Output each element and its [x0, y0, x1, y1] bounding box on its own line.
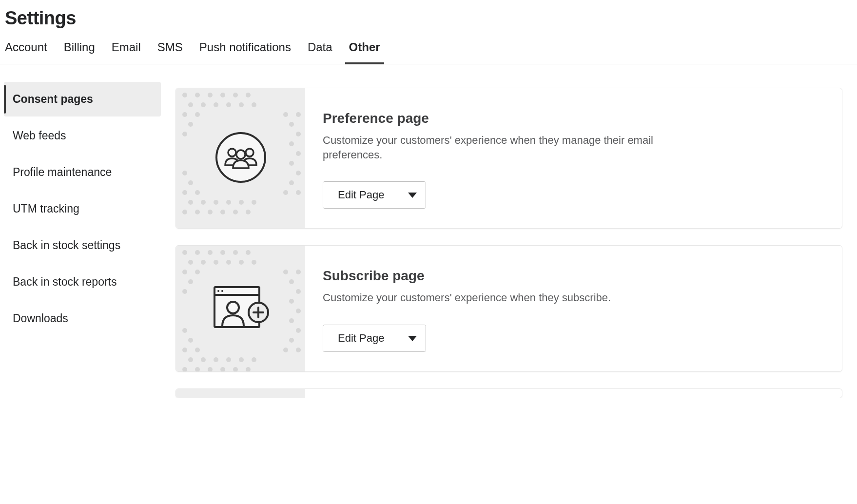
- svg-point-89: [246, 367, 251, 372]
- svg-point-31: [188, 200, 193, 205]
- edit-page-split-button: Edit Page: [323, 181, 426, 209]
- card-illustration: [176, 246, 305, 371]
- svg-point-74: [182, 348, 187, 352]
- svg-point-79: [201, 357, 206, 362]
- tab-email[interactable]: Email: [112, 40, 141, 64]
- svg-point-30: [296, 190, 301, 195]
- svg-point-77: [296, 348, 301, 352]
- main-content: Preference page Customize your customers…: [161, 82, 857, 398]
- svg-point-48: [195, 250, 200, 255]
- svg-point-3: [220, 93, 225, 97]
- caret-down-icon: [408, 336, 417, 341]
- svg-point-65: [182, 289, 187, 294]
- svg-point-69: [289, 318, 294, 323]
- svg-point-71: [296, 328, 301, 333]
- svg-point-81: [226, 357, 231, 362]
- edit-page-dropdown-button[interactable]: [399, 182, 426, 208]
- svg-point-10: [239, 102, 244, 107]
- svg-point-22: [289, 161, 294, 166]
- svg-point-54: [201, 260, 206, 265]
- tab-account[interactable]: Account: [5, 40, 47, 64]
- svg-point-60: [195, 270, 200, 274]
- edit-page-button[interactable]: Edit Page: [323, 325, 399, 351]
- tab-data[interactable]: Data: [308, 40, 332, 64]
- svg-point-37: [182, 210, 187, 214]
- card-illustration: [176, 88, 305, 228]
- svg-point-56: [226, 260, 231, 265]
- svg-point-88: [233, 367, 238, 372]
- svg-point-87: [220, 367, 225, 372]
- svg-point-15: [296, 112, 301, 117]
- svg-point-50: [220, 250, 225, 255]
- svg-point-6: [188, 102, 193, 107]
- caret-down-icon: [408, 193, 417, 198]
- svg-point-32: [201, 200, 206, 205]
- svg-point-40: [220, 210, 225, 214]
- sidebar-item-profile-maintenance[interactable]: Profile maintenance: [4, 155, 161, 190]
- svg-point-19: [296, 132, 301, 136]
- svg-point-63: [188, 279, 193, 284]
- card-illustration: [176, 389, 305, 398]
- tab-billing[interactable]: Billing: [64, 40, 95, 64]
- svg-point-84: [182, 367, 187, 372]
- svg-point-70: [182, 328, 187, 333]
- svg-point-5: [246, 93, 251, 97]
- svg-point-36: [252, 200, 256, 205]
- svg-point-73: [289, 338, 294, 343]
- svg-point-62: [296, 270, 301, 274]
- svg-point-13: [195, 112, 200, 117]
- svg-point-78: [188, 357, 193, 362]
- svg-point-0: [182, 93, 187, 97]
- svg-point-33: [214, 200, 218, 205]
- card-description: Customize your customers' experience whe…: [323, 133, 664, 162]
- svg-point-2: [208, 93, 213, 97]
- card-title: Preference page: [323, 111, 822, 126]
- svg-point-66: [296, 289, 301, 294]
- svg-point-72: [188, 338, 193, 343]
- svg-point-9: [226, 102, 231, 107]
- svg-point-86: [208, 367, 213, 372]
- svg-point-80: [214, 357, 218, 362]
- svg-point-51: [233, 250, 238, 255]
- svg-point-42: [246, 210, 251, 214]
- card-title: Subscribe page: [323, 268, 822, 284]
- svg-point-61: [283, 270, 288, 274]
- svg-point-53: [188, 260, 193, 265]
- svg-point-76: [283, 348, 288, 352]
- card-subscribe-page: Subscribe page Customize your customers'…: [175, 245, 842, 372]
- svg-point-41: [233, 210, 238, 214]
- svg-point-34: [226, 200, 231, 205]
- sidebar-item-downloads[interactable]: Downloads: [4, 301, 161, 336]
- tab-other[interactable]: Other: [349, 40, 380, 64]
- svg-point-14: [283, 112, 288, 117]
- svg-point-4: [233, 93, 238, 97]
- tab-sms[interactable]: SMS: [157, 40, 183, 64]
- svg-point-12: [182, 112, 187, 117]
- card-description: Customize your customers' experience whe…: [323, 291, 664, 305]
- sidebar-item-consent-pages[interactable]: Consent pages: [4, 82, 161, 116]
- svg-point-38: [195, 210, 200, 214]
- svg-point-39: [208, 210, 213, 214]
- svg-point-26: [289, 180, 294, 185]
- svg-point-17: [289, 122, 294, 127]
- svg-point-49: [208, 250, 213, 255]
- tab-push-notifications[interactable]: Push notifications: [199, 40, 291, 64]
- card-preference-page: Preference page Customize your customers…: [175, 88, 842, 229]
- sidebar-item-back-in-stock-settings[interactable]: Back in stock settings: [4, 228, 161, 263]
- sidebar-item-back-in-stock-reports[interactable]: Back in stock reports: [4, 265, 161, 299]
- sidebar-item-web-feeds[interactable]: Web feeds: [4, 118, 161, 153]
- svg-point-18: [182, 132, 187, 136]
- svg-point-20: [289, 141, 294, 146]
- svg-point-47: [182, 250, 187, 255]
- svg-point-57: [239, 260, 244, 265]
- edit-page-dropdown-button[interactable]: [399, 325, 426, 351]
- svg-point-25: [188, 180, 193, 185]
- svg-point-58: [252, 260, 256, 265]
- svg-point-11: [252, 102, 256, 107]
- svg-point-29: [283, 190, 288, 195]
- edit-page-button[interactable]: Edit Page: [323, 182, 399, 208]
- sidebar-item-utm-tracking[interactable]: UTM tracking: [4, 192, 161, 226]
- svg-point-64: [289, 279, 294, 284]
- svg-point-67: [289, 299, 294, 304]
- svg-point-27: [182, 190, 187, 195]
